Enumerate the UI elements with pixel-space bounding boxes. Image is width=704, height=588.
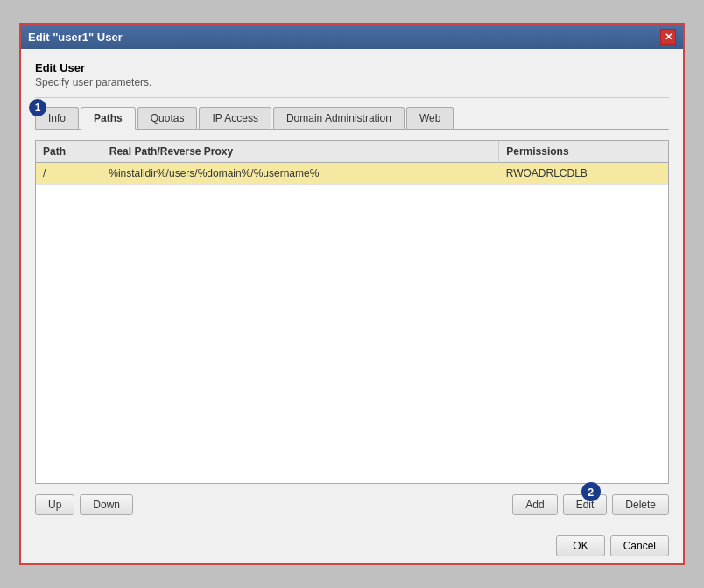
badge-1: 1 <box>29 99 46 116</box>
cell-permissions: RWOADRLCDLB <box>499 163 668 185</box>
tabs-row: 1 Info Paths Quotas IP Access Domain Adm… <box>35 107 669 130</box>
cell-real-path: %installdir%/users/%domain%/%username% <box>102 163 498 185</box>
tab-ip-access[interactable]: IP Access <box>199 107 271 129</box>
col-permissions: Permissions <box>499 141 668 163</box>
down-button[interactable]: Down <box>80 494 133 515</box>
dialog-titlebar: Edit "user1" User ✕ <box>21 24 683 49</box>
edit-user-subtitle: Specify user parameters. <box>35 76 669 88</box>
col-real-path: Real Path/Reverse Proxy <box>102 141 498 163</box>
action-buttons: Up Down 2 Add Edit Delete <box>35 494 669 515</box>
dialog-title: Edit "user1" User <box>28 31 123 44</box>
tab-info[interactable]: 1 Info <box>35 107 79 129</box>
up-button[interactable]: Up <box>35 494 74 515</box>
edit-user-title: Edit User <box>35 61 669 74</box>
add-button[interactable]: Add <box>512 494 557 515</box>
edit-user-dialog: Edit "user1" User ✕ Edit User Specify us… <box>19 23 685 565</box>
delete-button[interactable]: Delete <box>612 494 669 515</box>
paths-table: Path Real Path/Reverse Proxy Permissions… <box>36 141 668 185</box>
dialog-body: Edit User Specify user parameters. 1 Inf… <box>21 49 683 528</box>
cell-path: / <box>36 163 102 185</box>
table-header-row: Path Real Path/Reverse Proxy Permissions <box>36 141 668 163</box>
tab-web[interactable]: Web <box>406 107 454 129</box>
tab-paths[interactable]: Paths <box>81 107 136 130</box>
crud-buttons: 2 Add Edit Delete <box>512 494 669 515</box>
divider <box>35 97 669 98</box>
paths-table-container: Path Real Path/Reverse Proxy Permissions… <box>35 140 669 484</box>
tab-quotas[interactable]: Quotas <box>137 107 198 129</box>
ok-button[interactable]: OK <box>556 536 604 556</box>
col-path: Path <box>36 141 102 163</box>
move-buttons: Up Down <box>35 494 133 515</box>
table-row[interactable]: /%installdir%/users/%domain%/%username%R… <box>36 163 668 185</box>
cancel-button[interactable]: Cancel <box>610 536 669 556</box>
dialog-footer: OK Cancel <box>21 528 683 564</box>
close-button[interactable]: ✕ <box>660 29 676 45</box>
badge-2: 2 <box>581 482 601 501</box>
tab-domain-administration[interactable]: Domain Administration <box>273 107 405 129</box>
